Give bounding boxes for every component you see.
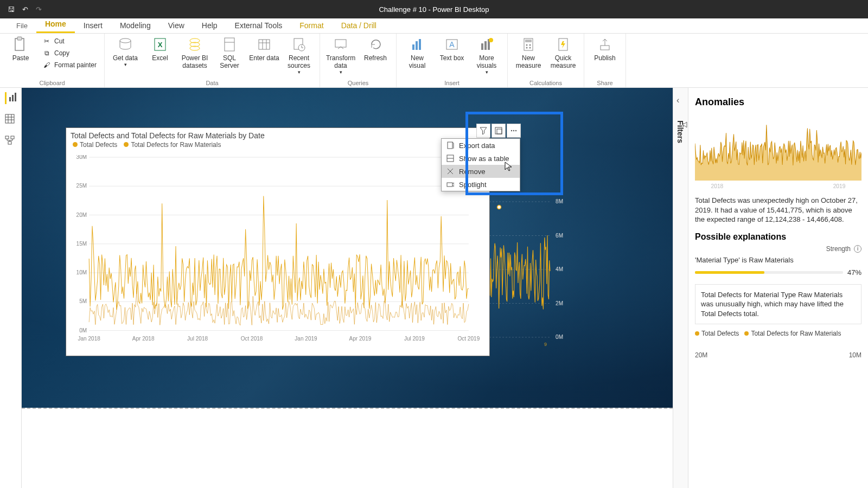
svg-rect-68 (497, 129, 502, 134)
report-canvas[interactable]: Total Defects and Total Defects for Raw … (22, 88, 673, 488)
mini-legend-2: Total Defects for Raw Materials (744, 330, 841, 337)
copy-button[interactable]: ⧉Copy (40, 48, 99, 59)
new-visual-button[interactable]: New visual (402, 36, 432, 69)
publish-button[interactable]: Publish (590, 36, 620, 62)
legend-item-2[interactable]: Total Defects for Raw Materials (124, 141, 221, 149)
ribbon-tabs: File Home Insert Modeling View Help Exte… (0, 18, 868, 34)
explanation-1-detail: Total Defects for Material Type Raw Mate… (695, 284, 861, 325)
title-bar: 🖫 ↶ ↷ Challenge # 10 - Power BI Desktop (0, 0, 868, 18)
transform-data-button[interactable]: Transform data▾ (326, 36, 356, 75)
anomalies-mini-chart: 20182019 (695, 114, 861, 190)
filters-collapse-chevron-icon[interactable]: ‹ (676, 95, 679, 105)
svg-text:Oct 2018: Oct 2018 (241, 336, 263, 342)
data-view-icon[interactable] (5, 114, 17, 126)
tab-format[interactable]: Format (291, 18, 332, 33)
get-data-button[interactable]: Get data▾ (110, 36, 141, 67)
text-box-button[interactable]: AText box (437, 36, 467, 62)
paste-icon (12, 36, 29, 53)
spotlight-icon (446, 180, 455, 189)
svg-text:2M: 2M (556, 300, 563, 306)
svg-point-69 (511, 130, 512, 131)
secondary-chart-visual[interactable]: 8M6M4M2M0M9 (489, 196, 565, 348)
svg-text:0M: 0M (79, 328, 87, 333)
visual-filter-icon[interactable] (476, 124, 490, 138)
redo-icon[interactable]: ↷ (36, 5, 42, 14)
undo-icon[interactable]: ↶ (22, 5, 28, 14)
format-painter-button[interactable]: 🖌Format painter (40, 60, 99, 70)
svg-rect-37 (5, 114, 14, 123)
view-rail (0, 88, 22, 488)
report-view-icon[interactable] (5, 92, 17, 104)
visual-header-buttons: Export data Show as a table Remove Spotl… (476, 124, 521, 138)
tab-insert[interactable]: Insert (75, 18, 111, 33)
cut-button[interactable]: ✂Cut (40, 36, 99, 47)
svg-rect-36 (15, 93, 16, 101)
recent-sources-icon (290, 36, 308, 53)
calculations-group-label: Calculations (513, 79, 578, 86)
menu-export-data[interactable]: Export data (442, 139, 520, 152)
svg-text:4M: 4M (556, 266, 563, 272)
ribbon-group-calculations: New measure Quick measure Calculations (508, 34, 584, 87)
quick-measure-icon (554, 36, 572, 53)
svg-text:2018: 2018 (711, 183, 724, 189)
svg-rect-33 (601, 46, 609, 50)
tab-data-drill[interactable]: Data / Drill (333, 18, 385, 33)
svg-point-30 (526, 47, 528, 49)
svg-text:2019: 2019 (833, 183, 846, 189)
svg-point-29 (529, 44, 531, 46)
new-visual-icon (409, 36, 426, 53)
enter-data-button[interactable]: Enter data (249, 36, 279, 62)
svg-text:Apr 2018: Apr 2018 (132, 336, 155, 342)
pbi-datasets-button[interactable]: Power BI datasets (180, 36, 210, 69)
filters-label[interactable]: Filters (676, 120, 685, 143)
svg-text:Jan 2019: Jan 2019 (295, 336, 317, 342)
tab-help[interactable]: Help (193, 18, 226, 33)
info-icon[interactable]: i (854, 245, 861, 253)
visual-focus-icon[interactable] (492, 124, 506, 138)
ribbon-group-share: Publish Share (584, 34, 626, 87)
svg-rect-17 (412, 44, 414, 50)
tab-view[interactable]: View (159, 18, 193, 33)
tab-external-tools[interactable]: External Tools (226, 18, 291, 33)
tab-file[interactable]: File (8, 18, 36, 33)
svg-text:5M: 5M (79, 298, 87, 304)
svg-rect-19 (419, 39, 421, 50)
svg-point-86 (497, 206, 501, 209)
excel-button[interactable]: XExcel (145, 36, 175, 62)
svg-text:30M: 30M (76, 155, 87, 160)
svg-text:Oct 2019: Oct 2019 (457, 336, 480, 342)
svg-point-28 (526, 44, 528, 46)
svg-rect-43 (11, 136, 14, 139)
sql-server-icon (221, 36, 238, 53)
save-icon[interactable]: 🖫 (8, 5, 15, 14)
refresh-button[interactable]: Refresh (360, 36, 391, 62)
get-data-icon (117, 36, 134, 53)
recent-sources-button[interactable]: Recent sources▾ (284, 36, 314, 75)
paste-button[interactable]: Paste (5, 36, 36, 62)
chart-legend: Total Defects Total Defects for Raw Mate… (66, 141, 489, 151)
svg-rect-67 (495, 127, 502, 134)
menu-spotlight[interactable]: Spotlight (442, 178, 520, 191)
visual-more-options-icon[interactable]: Export data Show as a table Remove Spotl… (507, 124, 521, 138)
svg-rect-44 (8, 142, 11, 144)
tab-modeling[interactable]: Modeling (111, 18, 159, 33)
main-area: Total Defects and Total Defects for Raw … (0, 88, 868, 488)
copy-icon: ⧉ (42, 49, 51, 57)
tab-home[interactable]: Home (36, 16, 75, 33)
anomaly-description: Total Defects was unexpectedly high on O… (695, 196, 861, 224)
more-visuals-button[interactable]: More visuals▾ (471, 36, 502, 75)
sql-server-button[interactable]: SQL Server (214, 36, 245, 69)
model-view-icon[interactable] (5, 136, 17, 147)
explanation-1-label[interactable]: 'Material Type' is Raw Materials (695, 256, 861, 264)
explanation-mini-y: 20M10M (695, 351, 861, 359)
legend-item-1[interactable]: Total Defects (73, 141, 117, 149)
chart-visual[interactable]: Total Defects and Total Defects for Raw … (66, 128, 489, 356)
new-measure-button[interactable]: New measure (513, 36, 544, 69)
svg-text:15M: 15M (76, 241, 87, 247)
remove-icon (446, 167, 455, 176)
svg-rect-8 (225, 38, 234, 51)
quick-measure-button[interactable]: Quick measure (548, 36, 578, 69)
ribbon-group-queries: Transform data▾ Refresh Queries (320, 34, 397, 87)
svg-point-31 (529, 47, 531, 49)
enter-data-icon (256, 36, 273, 53)
